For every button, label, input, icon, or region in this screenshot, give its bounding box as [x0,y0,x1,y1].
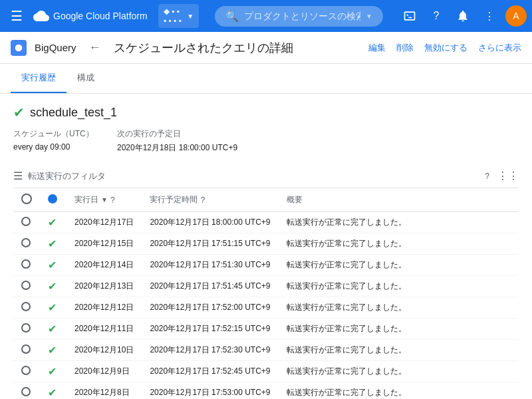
row-radio-button[interactable] [21,366,31,375]
row-time-cell: 2020年12月17日 17:51:30 UTC+9 [142,255,278,276]
row-time-cell: 2020年12月17日 17:52:15 UTC+9 [142,319,278,340]
table-row[interactable]: ✔ 2020年12月17日 2020年12月17日 18:00:00 UTC+9… [13,212,519,233]
meta-label-schedule: スケジュール（UTC） [13,128,106,140]
row-status-icon: ✔ [48,323,57,334]
row-radio-cell[interactable] [13,233,40,255]
project-selector[interactable]: ◆ ▪ ▪ ▪ ▪ ▪ ▪ ▼ [158,4,199,28]
row-radio-cell[interactable] [13,276,40,297]
row-radio-cell[interactable] [13,382,40,400]
table-row[interactable]: ✔ 2020年12月10日 2020年12月17日 17:52:30 UTC+9… [13,340,519,361]
row-date-cell: 2020年12月12日 [66,297,142,319]
row-status-icon: ✔ [48,238,57,249]
table-row[interactable]: ✔ 2020年12月9日 2020年12月17日 17:52:45 UTC+9 … [13,361,519,382]
meta-label-next-run: 次の実行の予定日 [117,128,519,140]
tabs-bar: 実行履歴 構成 [0,64,532,94]
row-time-cell: 2020年12月17日 17:53:00 UTC+9 [142,382,278,400]
table-row[interactable]: ✔ 2020年12月14日 2020年12月17日 17:51:30 UTC+9… [13,255,519,276]
filter-columns-icon[interactable]: ⋮⋮ [497,170,519,182]
search-dropdown-icon: ▼ [366,13,372,20]
row-status-icon: ✔ [48,366,57,377]
row-time-cell: 2020年12月17日 17:52:00 UTC+9 [142,297,278,319]
row-radio-button[interactable] [21,281,31,290]
row-radio-button[interactable] [21,217,31,226]
row-date-cell: 2020年12月13日 [66,276,142,297]
row-status-icon: ✔ [48,387,57,398]
row-desc-cell: 転送実行が正常に完了しました。 [279,361,519,382]
row-radio-button[interactable] [21,344,31,354]
row-radio-button[interactable] [21,259,31,269]
page-actions: 編集 削除 無効にする さらに表示 [368,42,521,54]
row-date-cell: 2020年12月9日 [66,361,142,382]
row-date-cell: 2020年12月15日 [66,233,142,255]
cloud-shell-icon[interactable] [399,5,420,27]
row-desc-cell: 転送実行が正常に完了しました。 [279,212,519,233]
project-dropdown-icon: ▼ [187,13,194,20]
help-icon[interactable]: ? [426,5,447,27]
table-row[interactable]: ✔ 2020年12月12日 2020年12月17日 17:52:00 UTC+9… [13,297,519,319]
main-content: ✔ schedule_test_1 スケジュール（UTC） 次の実行の予定日 e… [0,94,532,399]
scheduled-time-help-icon[interactable]: ? [200,196,205,205]
hamburger-menu-icon[interactable]: ☰ [5,5,28,27]
row-radio-cell[interactable] [13,319,40,340]
row-radio-cell[interactable] [13,340,40,361]
row-radio-cell[interactable] [13,255,40,276]
row-status-icon: ✔ [48,259,57,271]
schedule-status-icon: ✔ [13,104,25,120]
filter-icon: ☰ [13,170,23,182]
row-radio-button[interactable] [21,323,31,332]
row-status-cell: ✔ [40,382,66,400]
app-logo: Google Cloud Platform [33,8,148,24]
row-status-icon: ✔ [48,217,57,228]
search-input[interactable] [244,11,360,21]
table-header-row: 実行日 ▼ ? 実行予定時間 ? 概要 [13,188,519,212]
delete-button[interactable]: 削除 [396,42,414,54]
row-desc-cell: 転送実行が正常に完了しました。 [279,255,519,276]
run-date-help-icon[interactable]: ? [110,196,115,205]
row-radio-cell[interactable] [13,361,40,382]
th-run-date[interactable]: 実行日 ▼ ? [66,188,142,212]
bigquery-label: BigQuery [35,42,76,53]
row-desc-cell: 転送実行が正常に完了しました。 [279,340,519,361]
schedule-name: schedule_test_1 [30,106,117,120]
row-radio-cell[interactable] [13,212,40,233]
more-button[interactable]: さらに表示 [478,42,521,54]
sort-desc-icon: ▼ [101,196,108,203]
th-scheduled-time[interactable]: 実行予定時間 ? [142,188,278,212]
cloud-logo-icon [33,8,49,24]
notifications-icon[interactable] [452,5,473,27]
row-radio-button[interactable] [21,387,31,396]
row-status-cell: ✔ [40,340,66,361]
table-row[interactable]: ✔ 2020年12月11日 2020年12月17日 17:52:15 UTC+9… [13,319,519,340]
row-desc-cell: 転送実行が正常に完了しました。 [279,319,519,340]
disable-button[interactable]: 無効にする [424,42,467,54]
user-avatar[interactable]: A [505,5,527,27]
row-radio-button[interactable] [21,238,31,247]
table-row[interactable]: ✔ 2020年12月8日 2020年12月17日 17:53:00 UTC+9 … [13,382,519,400]
back-button[interactable]: ← [84,37,106,59]
top-navigation: ☰ Google Cloud Platform ◆ ▪ ▪ ▪ ▪ ▪ ▪ ▼ … [0,0,532,32]
tab-run-history[interactable]: 実行履歴 [11,64,66,93]
row-status-cell: ✔ [40,361,66,382]
edit-button[interactable]: 編集 [368,42,386,54]
row-radio-button[interactable] [21,302,31,311]
tab-structure[interactable]: 構成 [66,64,105,93]
runs-table: 実行日 ▼ ? 実行予定時間 ? 概要 [13,188,519,399]
table-row[interactable]: ✔ 2020年12月13日 2020年12月17日 17:51:45 UTC+9… [13,276,519,297]
filter-help-icon[interactable]: ? [485,172,489,181]
schedule-header: ✔ schedule_test_1 [13,104,519,120]
row-status-icon: ✔ [48,281,57,292]
row-status-cell: ✔ [40,233,66,255]
schedule-meta: スケジュール（UTC） 次の実行の予定日 every day 09:00 202… [13,128,519,154]
table-row[interactable]: ✔ 2020年12月15日 2020年12月17日 17:51:15 UTC+9… [13,233,519,255]
row-status-cell: ✔ [40,319,66,340]
row-status-cell: ✔ [40,255,66,276]
row-status-cell: ✔ [40,212,66,233]
search-bar[interactable]: 🔍 ▼ [215,6,383,27]
row-radio-cell[interactable] [13,297,40,319]
row-desc-cell: 転送実行が正常に完了しました。 [279,297,519,319]
search-icon: 🔍 [225,10,239,23]
more-options-icon[interactable]: ⋮ [479,5,500,27]
runs-table-container: 実行日 ▼ ? 実行予定時間 ? 概要 [13,188,519,399]
page-title: スケジュールされたクエリの詳細 [114,40,360,56]
row-date-cell: 2020年12月14日 [66,255,142,276]
